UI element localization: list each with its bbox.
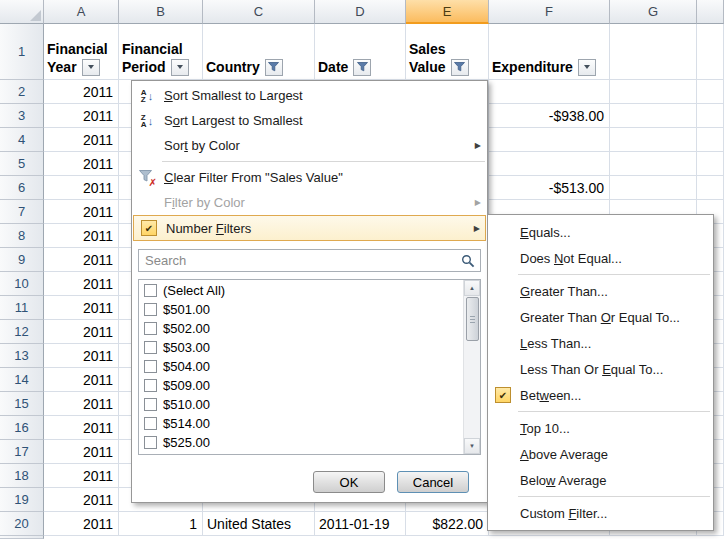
checkbox-icon[interactable] — [144, 303, 157, 316]
search-input[interactable] — [138, 249, 481, 272]
cell-E20[interactable]: $822.00 — [406, 512, 489, 536]
row-header-14[interactable]: 14 — [0, 368, 44, 392]
scroll-up-icon[interactable]: ▲ — [464, 280, 480, 296]
menu-item-clear-filter[interactable]: ✗Clear Filter From "Sales Value" — [132, 165, 487, 190]
scroll-down-icon[interactable]: ▼ — [464, 438, 480, 454]
cell-F5[interactable] — [489, 152, 610, 176]
cell-B1[interactable]: FinancialPeriod — [119, 24, 203, 80]
checkbox-icon[interactable] — [144, 436, 157, 449]
submenu-item-equals[interactable]: Equals... — [488, 219, 713, 245]
filter-value-row-510-00[interactable]: $510.00 — [139, 395, 463, 414]
filter-value-row-502-00[interactable]: $502.00 — [139, 319, 463, 338]
menu-item-number-filters[interactable]: ✔Number Filters▶ — [133, 215, 486, 241]
column-header-G[interactable]: G — [610, 0, 697, 24]
cell-G1[interactable] — [610, 24, 697, 80]
submenu-item-greater-than-or-equal-to[interactable]: Greater Than Or Equal To... — [488, 304, 713, 330]
cell-G2[interactable] — [610, 80, 697, 104]
cell-A5[interactable]: 2011 — [44, 152, 119, 176]
cell-A9[interactable]: 2011 — [44, 248, 119, 272]
filter-button-C[interactable] — [265, 59, 283, 76]
filter-button-F[interactable] — [578, 59, 596, 76]
filter-button-B[interactable] — [171, 59, 189, 76]
cell-E1[interactable]: SalesValue — [406, 24, 489, 80]
cell-A3[interactable]: 2011 — [44, 104, 119, 128]
submenu-item-top-10[interactable]: Top 10... — [488, 415, 713, 441]
row-header-6[interactable]: 6 — [0, 176, 44, 200]
cell-F2[interactable] — [489, 80, 610, 104]
column-header-D[interactable]: D — [315, 0, 406, 24]
cell-G6[interactable] — [610, 176, 697, 200]
cell-G4[interactable] — [610, 128, 697, 152]
filter-value-row-525-00[interactable]: $525.00 — [139, 433, 463, 452]
row-header-16[interactable]: 16 — [0, 416, 44, 440]
cell-D20[interactable]: 2011-01-19 — [315, 512, 406, 536]
cell-A10[interactable]: 2011 — [44, 272, 119, 296]
submenu-item-less-than-or-equal-to[interactable]: Less Than Or Equal To... — [488, 356, 713, 382]
cell-F3[interactable]: -$938.00 — [489, 104, 610, 128]
row-header-18[interactable]: 18 — [0, 464, 44, 488]
cell-F4[interactable] — [489, 128, 610, 152]
cell-A15[interactable]: 2011 — [44, 392, 119, 416]
filter-value-row-select-all[interactable]: (Select All) — [139, 281, 463, 300]
cell-A20[interactable]: 2011 — [44, 512, 119, 536]
column-header-C[interactable]: C — [203, 0, 315, 24]
cell-F6[interactable]: -$513.00 — [489, 176, 610, 200]
cell-A2[interactable]: 2011 — [44, 80, 119, 104]
row-header-17[interactable]: 17 — [0, 440, 44, 464]
row-header-3[interactable]: 3 — [0, 104, 44, 128]
filter-button-E[interactable] — [451, 59, 469, 76]
cell-A11[interactable]: 2011 — [44, 296, 119, 320]
checkbox-icon[interactable] — [144, 322, 157, 335]
cell-B20[interactable]: 1 — [119, 512, 203, 536]
row-header-8[interactable]: 8 — [0, 224, 44, 248]
column-header-F[interactable]: F — [489, 0, 610, 24]
row-header-10[interactable]: 10 — [0, 272, 44, 296]
filter-button-D[interactable] — [353, 59, 371, 76]
cell-A1[interactable]: FinancialYear — [44, 24, 119, 80]
cell-A4[interactable]: 2011 — [44, 128, 119, 152]
cell-A17[interactable]: 2011 — [44, 440, 119, 464]
row-header-20[interactable]: 20 — [0, 512, 44, 536]
cell-A8[interactable]: 2011 — [44, 224, 119, 248]
submenu-item-greater-than[interactable]: Greater Than... — [488, 278, 713, 304]
row-header-11[interactable]: 11 — [0, 296, 44, 320]
row-header-12[interactable]: 12 — [0, 320, 44, 344]
submenu-item-between[interactable]: ✔Between... — [488, 382, 713, 408]
cell-G3[interactable] — [610, 104, 697, 128]
checkbox-icon[interactable] — [144, 417, 157, 430]
checkbox-icon[interactable] — [144, 284, 157, 297]
select-all-corner[interactable] — [0, 0, 44, 24]
submenu-item-does-not-equal[interactable]: Does Not Equal... — [488, 245, 713, 271]
row-header-1[interactable]: 1 — [0, 24, 44, 80]
row-header-19[interactable]: 19 — [0, 488, 44, 512]
cell-D1[interactable]: Date — [315, 24, 406, 80]
checkbox-icon[interactable] — [144, 360, 157, 373]
cell-A13[interactable]: 2011 — [44, 344, 119, 368]
row-header-9[interactable]: 9 — [0, 248, 44, 272]
cell-A16[interactable]: 2011 — [44, 416, 119, 440]
filter-value-row-514-00[interactable]: $514.00 — [139, 414, 463, 433]
row-header-4[interactable]: 4 — [0, 128, 44, 152]
menu-item-sort-smallest-to-largest[interactable]: AZ↓Sort Smallest to Largest — [132, 83, 487, 108]
scroll-thumb[interactable] — [466, 297, 479, 341]
cell-G5[interactable] — [610, 152, 697, 176]
row-header-13[interactable]: 13 — [0, 344, 44, 368]
cell-A7[interactable]: 2011 — [44, 200, 119, 224]
checkbox-icon[interactable] — [144, 398, 157, 411]
menu-item-sort-by-color[interactable]: Sort by Color▶ — [132, 133, 487, 158]
cell-C1[interactable]: Country — [203, 24, 315, 80]
filter-value-row-509-00[interactable]: $509.00 — [139, 376, 463, 395]
checkbox-icon[interactable] — [144, 379, 157, 392]
row-header-5[interactable]: 5 — [0, 152, 44, 176]
column-header-A[interactable]: A — [44, 0, 119, 24]
filter-value-row-501-00[interactable]: $501.00 — [139, 300, 463, 319]
checkbox-icon[interactable] — [144, 341, 157, 354]
cell-A18[interactable]: 2011 — [44, 464, 119, 488]
cell-A6[interactable]: 2011 — [44, 176, 119, 200]
submenu-item-custom-filter[interactable]: Custom Filter... — [488, 500, 713, 526]
cancel-button[interactable]: Cancel — [397, 471, 469, 493]
ok-button[interactable]: OK — [313, 471, 385, 493]
filter-value-row-503-00[interactable]: $503.00 — [139, 338, 463, 357]
cell-C20[interactable]: United States — [203, 512, 315, 536]
row-header-15[interactable]: 15 — [0, 392, 44, 416]
